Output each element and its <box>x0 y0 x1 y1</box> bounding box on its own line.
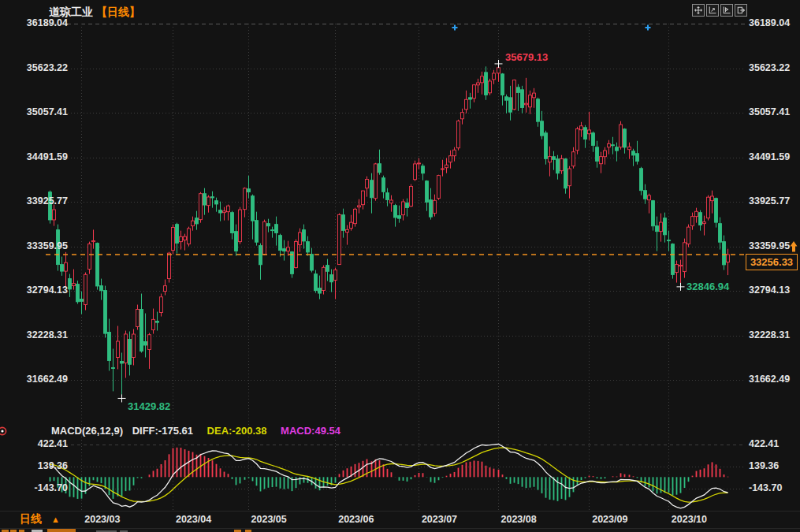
macd-diff-value: DIFF:-175.61 <box>132 425 193 437</box>
crosshair-move-icon[interactable] <box>692 4 705 17</box>
price-up-arrow-icon <box>789 240 798 253</box>
symbol-name: 道琼工业 <box>49 6 93 18</box>
macd-readout: MACD(26,12,9) DIFF:-175.61 DEA:-200.38 M… <box>51 425 340 437</box>
stock-chart-app: 道琼工业【日线】 36189.0436189.0435623.2235623.2… <box>0 0 800 532</box>
range-stats-icon[interactable] <box>706 4 719 17</box>
indicator-settings-icon[interactable] <box>0 426 11 437</box>
axis-separator <box>0 511 800 512</box>
page-forward-icon[interactable] <box>735 4 747 17</box>
chart-toolbar <box>692 4 747 17</box>
macd-dea-value: DEA:-200.38 <box>207 425 267 437</box>
triangle-up-icon: ▲ <box>51 515 60 524</box>
truncated-tab-bar <box>0 529 800 532</box>
period-selector-label: 日线 <box>20 512 42 525</box>
period-tag: 【日线】 <box>96 6 140 18</box>
period-selector[interactable]: 日线▲ <box>20 512 60 526</box>
macd-macd-value: MACD:49.54 <box>281 425 340 437</box>
macd-params: MACD(26,12,9) <box>51 425 123 437</box>
last-price-box: 33256.33 <box>746 254 798 270</box>
candlestick-chart[interactable] <box>0 0 800 532</box>
drawing-tools-icon[interactable] <box>720 4 733 17</box>
chart-title: 道琼工业【日线】 <box>49 6 140 20</box>
